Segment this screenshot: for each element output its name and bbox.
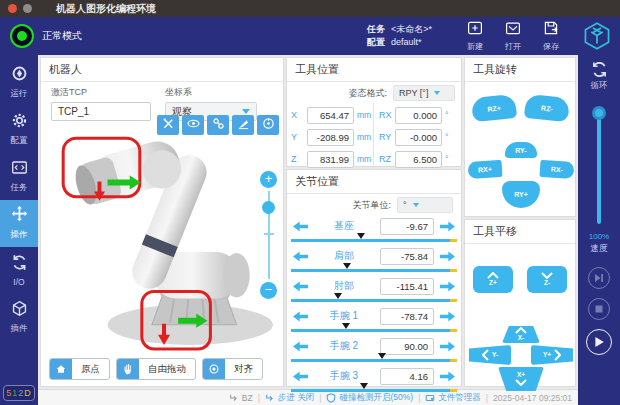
joint-slider[interactable] <box>291 389 457 392</box>
rotate-rz-plus-button[interactable]: RZ+ <box>471 94 517 122</box>
axis-unit: ° <box>445 132 459 142</box>
fps-badge: 512D <box>3 385 35 401</box>
zoom-out-button[interactable]: − <box>260 282 277 299</box>
view-tool-dial-button[interactable] <box>257 115 279 135</box>
zoom-in-button[interactable]: + <box>260 171 277 188</box>
joint-increase-button[interactable] <box>440 341 455 352</box>
axis-value-input[interactable]: 831.99 <box>307 151 354 168</box>
joint-slider[interactable] <box>291 329 457 332</box>
axis-value-input[interactable]: -0.000 <box>395 129 442 146</box>
joint-decrease-button[interactable] <box>293 281 308 292</box>
joint-slider[interactable] <box>291 239 457 242</box>
joint-unit-value: ° <box>403 200 407 210</box>
speed-slider[interactable] <box>592 106 606 224</box>
loop-button[interactable]: 循环 <box>591 61 608 92</box>
axis-label: RZ <box>379 154 392 164</box>
close-button[interactable] <box>8 4 17 13</box>
view-tool-pen-button[interactable] <box>232 115 254 135</box>
tools-icon <box>162 116 175 134</box>
action-label: 新建 <box>467 41 483 52</box>
joint-slider[interactable] <box>291 359 457 362</box>
joint-slider-thumb[interactable] <box>334 293 342 299</box>
joint-label: 肩部 <box>314 249 374 263</box>
align-button[interactable]: 对齐 <box>202 358 263 380</box>
sidebar-item-plugin[interactable]: 插件 <box>0 294 38 341</box>
sidebar-item-label: 运行 <box>11 88 28 100</box>
translate-x-minus-button[interactable]: X- <box>502 326 540 343</box>
open-button[interactable]: 打开 <box>504 20 522 52</box>
joint-decrease-button[interactable] <box>293 251 308 262</box>
tcp-input[interactable]: TCP_1 <box>51 102 151 121</box>
joint-slider-thumb[interactable] <box>378 353 386 359</box>
joint-value-input[interactable]: 90.00 <box>380 338 434 355</box>
save-button[interactable]: 保存 <box>542 20 560 52</box>
zoom-thumb[interactable] <box>262 201 275 214</box>
joint-slider-thumb[interactable] <box>342 323 350 329</box>
translate-z-minus-button[interactable]: Z- <box>527 266 567 293</box>
rotate-ry-plus-button[interactable]: RY+ <box>502 181 540 208</box>
joint-unit-select[interactable]: ° <box>397 197 453 213</box>
sidebar-item-task[interactable]: 任务 <box>0 153 38 200</box>
joint-value-input[interactable]: -75.84 <box>380 248 434 265</box>
sidebar-item-io[interactable]: I/O <box>0 247 38 294</box>
pose-format-select[interactable]: RPY [°] <box>393 85 455 101</box>
speed-thumb[interactable] <box>592 106 606 120</box>
joint-slider-thumb[interactable] <box>357 233 365 239</box>
sidebar-item-operate[interactable]: 操作 <box>0 200 38 247</box>
pose-row-y: Y -208.99 mm <box>291 126 371 148</box>
view-tool-joint-button[interactable] <box>207 115 229 135</box>
translate-z-plus-button[interactable]: Z+ <box>473 266 513 293</box>
joint-value-input[interactable]: -115.41 <box>380 278 434 295</box>
joint-value-input[interactable]: -9.67 <box>380 218 434 235</box>
robot-3d-view[interactable]: + − <box>41 123 283 354</box>
rotate-rz-minus-button[interactable]: RZ- <box>524 94 570 122</box>
joint-increase-button[interactable] <box>440 281 455 292</box>
sidebar-item-run[interactable]: 运行 <box>0 59 38 106</box>
home-button[interactable]: 原点 <box>49 358 110 380</box>
rotate-rx-minus-button[interactable]: RX- <box>539 160 574 179</box>
slider-limit-tip <box>450 329 457 332</box>
speed-value: 100% <box>589 232 609 241</box>
joint-value-input[interactable]: 4.16 <box>380 368 434 385</box>
view-tool-tools-button[interactable] <box>157 115 179 135</box>
joint-decrease-button[interactable] <box>293 311 308 322</box>
axis-value-input[interactable]: -208.99 <box>307 129 354 146</box>
translate-y-minus-button[interactable]: Y- <box>469 345 511 365</box>
status-light-icon <box>10 24 34 48</box>
rotate-rx-plus-button[interactable]: RX+ <box>467 160 502 179</box>
joint-slider-thumb[interactable] <box>343 263 351 269</box>
stop-button[interactable] <box>588 298 610 320</box>
translate-x-plus-button[interactable]: X+ <box>498 367 544 391</box>
axis-label: X <box>291 110 304 120</box>
play-button[interactable] <box>586 329 612 355</box>
joint-increase-button[interactable] <box>440 311 455 322</box>
translate-y-plus-button[interactable]: Y+ <box>531 345 573 365</box>
joint-increase-button[interactable] <box>440 371 455 382</box>
axis-value-input[interactable]: 6.500 <box>395 151 442 168</box>
joint-value-input[interactable]: -78.74 <box>380 308 434 325</box>
axis-value-input[interactable]: 654.47 <box>307 107 354 124</box>
speed-label: 速度 <box>591 243 608 255</box>
joint-slider-thumb[interactable] <box>360 383 368 389</box>
sidebar-item-config[interactable]: 配置 <box>0 106 38 153</box>
axis-value-input[interactable]: 0.000 <box>395 107 442 124</box>
joint-slider[interactable] <box>291 299 457 302</box>
tool-rotation-panel: 工具旋转 RZ+ RZ- RY- RX+ RX- RY+ <box>464 57 576 217</box>
new-button[interactable]: 新建 <box>466 20 484 52</box>
step-forward-button[interactable] <box>588 267 610 289</box>
joint-slider[interactable] <box>291 269 457 272</box>
joint-decrease-button[interactable] <box>293 341 308 352</box>
rotate-ry-minus-button[interactable]: RY- <box>505 142 537 158</box>
slider-limit-tip <box>450 269 457 272</box>
minimize-button[interactable] <box>23 4 32 13</box>
sidebar-item-label: 插件 <box>11 323 28 335</box>
y-plus-label: Y+ <box>543 352 551 359</box>
view-tool-eye-button[interactable] <box>182 115 204 135</box>
joint-increase-button[interactable] <box>440 251 455 262</box>
joint-increase-button[interactable] <box>440 221 455 232</box>
joint-decrease-button[interactable] <box>293 221 308 232</box>
button-label: 对齐 <box>225 363 262 376</box>
drag-button[interactable]: 自由拖动 <box>116 358 196 380</box>
joint-decrease-button[interactable] <box>293 371 308 382</box>
pose-row-z: Z 831.99 mm <box>291 148 371 170</box>
